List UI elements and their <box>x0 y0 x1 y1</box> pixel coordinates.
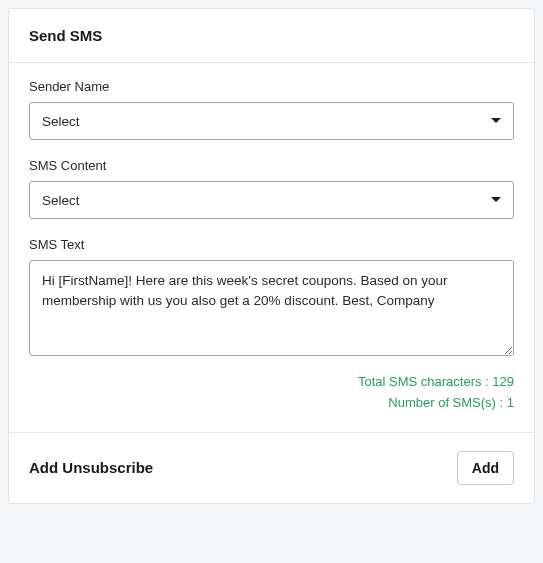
send-sms-card: Send SMS Sender Name Select SMS Content … <box>8 8 535 504</box>
sender-name-selected-value: Select <box>42 114 80 129</box>
unsubscribe-title: Add Unsubscribe <box>29 459 153 476</box>
sms-count: Number of SMS(s) : 1 <box>29 393 514 414</box>
sender-name-select[interactable]: Select <box>29 102 514 140</box>
char-count: Total SMS characters : 129 <box>29 372 514 393</box>
sms-content-label: SMS Content <box>29 158 514 173</box>
sender-name-label: Sender Name <box>29 79 514 94</box>
card-header: Send SMS <box>9 9 534 63</box>
sms-text-group: SMS Text <box>29 237 514 360</box>
card-body: Sender Name Select SMS Content Select <box>9 63 534 432</box>
sms-text-label: SMS Text <box>29 237 514 252</box>
page-title: Send SMS <box>29 27 514 44</box>
sms-text-input[interactable] <box>29 260 514 356</box>
sms-content-select[interactable]: Select <box>29 181 514 219</box>
sms-content-select-wrapper: Select <box>29 181 514 219</box>
add-button[interactable]: Add <box>457 451 514 485</box>
sender-name-select-wrapper: Select <box>29 102 514 140</box>
sms-content-selected-value: Select <box>42 193 80 208</box>
sms-content-group: SMS Content Select <box>29 158 514 219</box>
sms-stats: Total SMS characters : 129 Number of SMS… <box>29 372 514 414</box>
sender-name-group: Sender Name Select <box>29 79 514 140</box>
card-footer: Add Unsubscribe Add <box>9 432 534 503</box>
